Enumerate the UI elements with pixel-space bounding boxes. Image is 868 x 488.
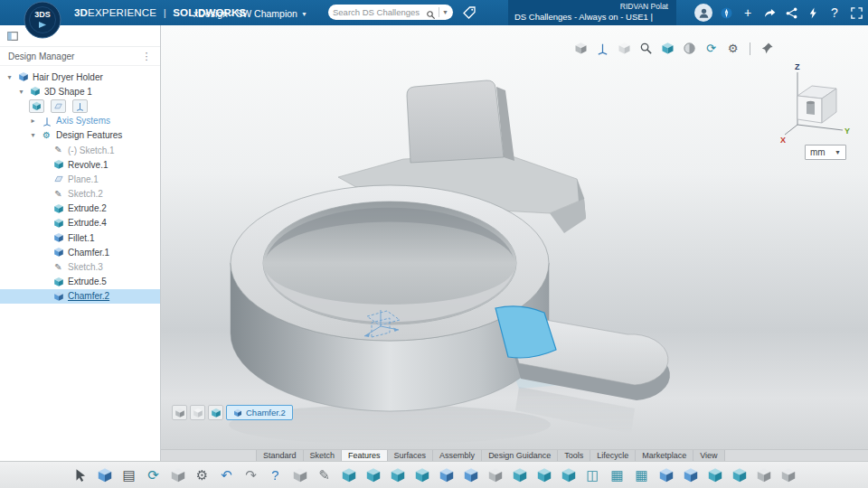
hidden-line-icon[interactable]	[616, 40, 633, 57]
mirror-icon[interactable]: ◫	[582, 465, 604, 486]
settings-icon[interactable]: ⚙	[192, 465, 213, 486]
fillet-icon[interactable]	[656, 465, 677, 486]
refresh-view-icon[interactable]: ⟳	[703, 40, 720, 57]
avatar[interactable]	[694, 4, 712, 22]
hole-icon[interactable]	[485, 465, 506, 486]
panel-tabs-icon[interactable]	[6, 30, 19, 42]
tag-icon[interactable]	[462, 5, 476, 20]
tab-design-guidance[interactable]: Design Guidance	[482, 450, 558, 461]
shaded-view-icon[interactable]	[572, 40, 590, 57]
units-dropdown[interactable]: mm ▼	[805, 145, 846, 160]
tree-item-chamfer-2[interactable]: Chamfer.2	[0, 289, 160, 304]
rib-icon[interactable]	[533, 465, 555, 486]
sketch-icon[interactable]: ✎	[314, 465, 335, 486]
top-bar: 3DS 3DEXPERIENCE | SOLIDWORKS xDesign - …	[0, 0, 868, 25]
community-icon[interactable]	[783, 5, 799, 21]
section-view-icon[interactable]	[681, 40, 698, 57]
collapse-icon[interactable]: ▾	[17, 88, 25, 96]
assistant-icon[interactable]	[805, 5, 821, 21]
3d-viewport[interactable]: ⟳⚙ Z X Y mm ▼ Chamfer.2	[161, 25, 868, 449]
scale-icon[interactable]	[753, 465, 775, 486]
tree-item-design-features[interactable]: ▾⚙Design Features	[0, 128, 160, 143]
pocket-icon[interactable]	[460, 465, 482, 486]
isometric-view-icon[interactable]	[659, 40, 676, 57]
tab-sketch[interactable]: Sketch	[304, 450, 343, 461]
app-menu[interactable]: xDesign - SW Champion ▼	[193, 8, 307, 19]
save-icon[interactable]: ▤	[118, 465, 140, 486]
sweep-icon[interactable]	[387, 465, 409, 486]
tab-standard[interactable]: Standard	[256, 450, 304, 461]
draft-icon[interactable]	[558, 465, 580, 486]
display-mode-icon[interactable]	[190, 405, 205, 420]
bodies-filter-icon[interactable]	[29, 99, 44, 113]
circular-pattern-icon[interactable]: ▦	[631, 465, 653, 486]
pin-icon[interactable]	[759, 40, 776, 57]
tree-item-sketch-3[interactable]: ✎Sketch.3	[0, 259, 160, 274]
fill-icon[interactable]	[436, 465, 458, 486]
navigation-cube[interactable]: Z X Y	[779, 61, 852, 145]
tree-icon-row[interactable]	[0, 99, 160, 113]
search-icon[interactable]	[426, 7, 436, 17]
select-icon[interactable]	[70, 465, 91, 486]
panel-menu-icon[interactable]: ⋮	[141, 51, 152, 62]
collapse-icon[interactable]: ▾	[5, 73, 14, 81]
zoom-fit-icon[interactable]	[637, 40, 655, 57]
collapse-icon[interactable]: ▾	[29, 131, 37, 139]
model-tab-front[interactable]	[407, 80, 504, 163]
design-assistant-icon[interactable]	[94, 465, 116, 486]
insert-icon[interactable]	[167, 465, 189, 486]
redo-icon[interactable]: ↷	[241, 465, 262, 486]
linear-pattern-icon[interactable]: ▦	[607, 465, 628, 486]
tree-item-chamfer-1[interactable]: Chamfer.1	[0, 245, 160, 259]
tab-assembly[interactable]: Assembly	[433, 450, 482, 461]
apps-grid-icon[interactable]	[848, 5, 864, 21]
split-icon[interactable]	[729, 465, 750, 486]
tree-item-hair-dryer-holder[interactable]: ▾Hair Dryer Holder	[0, 70, 160, 84]
combine-icon[interactable]	[704, 465, 726, 486]
tree-item-revolve-1[interactable]: Revolve.1	[0, 157, 160, 172]
expand-icon[interactable]: ▸	[29, 117, 37, 125]
3d-model-hair-dryer-holder[interactable]	[161, 25, 868, 449]
tree-item-plane-1[interactable]: Plane.1	[0, 172, 160, 186]
normal-to-icon[interactable]	[594, 40, 611, 57]
tree-item-extrude-2[interactable]: Extrude.2	[0, 202, 160, 216]
tab-tools[interactable]: Tools	[558, 450, 590, 461]
compass-icon[interactable]	[718, 5, 734, 21]
search-input[interactable]	[333, 7, 423, 17]
update-icon[interactable]: ⟳	[143, 465, 165, 486]
undo-icon[interactable]: ↶	[216, 465, 238, 486]
tab-view[interactable]: View	[693, 450, 724, 461]
tree-item-extrude-5[interactable]: Extrude.5	[0, 275, 160, 289]
cubeB-icon	[52, 232, 64, 244]
feature-options-icon[interactable]	[208, 405, 223, 420]
selected-feature-chip[interactable]: Chamfer.2	[226, 405, 293, 420]
sketches-filter-icon[interactable]	[51, 99, 66, 113]
add-content-icon[interactable]: +	[740, 5, 756, 21]
loft-icon[interactable]	[411, 465, 433, 486]
display-settings-icon[interactable]: ⚙	[724, 40, 741, 57]
tab-features[interactable]: Features	[342, 450, 388, 461]
tree-item-extrude-4[interactable]: Extrude.4	[0, 216, 160, 230]
3ds-compass-logo[interactable]: 3DS	[24, 1, 61, 39]
search-scope-chevron-icon[interactable]: ▼	[442, 9, 448, 15]
tree-item-sketch-1[interactable]: ✎(-) Sketch.1	[0, 143, 160, 157]
shell-icon[interactable]	[509, 465, 531, 486]
share-icon[interactable]	[761, 5, 778, 21]
extrude-icon[interactable]	[338, 465, 360, 486]
tab-marketplace[interactable]: Marketplace	[636, 450, 693, 461]
tree-item-axis-systems[interactable]: ▸Axis Systems	[0, 114, 160, 128]
revolve-icon[interactable]	[363, 465, 384, 486]
hide-show-icon[interactable]	[172, 405, 187, 420]
help-icon[interactable]: ?	[265, 465, 287, 486]
tab-lifecycle[interactable]: Lifecycle	[590, 450, 636, 461]
measure-icon[interactable]	[778, 465, 799, 486]
tree-item-sketch-2[interactable]: ✎Sketch.2	[0, 187, 160, 202]
tree-item-3d-shape-1[interactable]: ▾3D Shape 1	[0, 84, 160, 99]
tab-surfaces[interactable]: Surfaces	[388, 450, 434, 461]
tree-item-fillet-1[interactable]: Fillet.1	[0, 230, 160, 245]
primitive-icon[interactable]	[289, 465, 311, 486]
chamfer-icon[interactable]	[680, 465, 702, 486]
references-filter-icon[interactable]	[72, 99, 88, 113]
workspace-label[interactable]: DS Challenges - Always on - USE1 |	[514, 12, 670, 22]
help-icon[interactable]: ?	[826, 5, 843, 21]
